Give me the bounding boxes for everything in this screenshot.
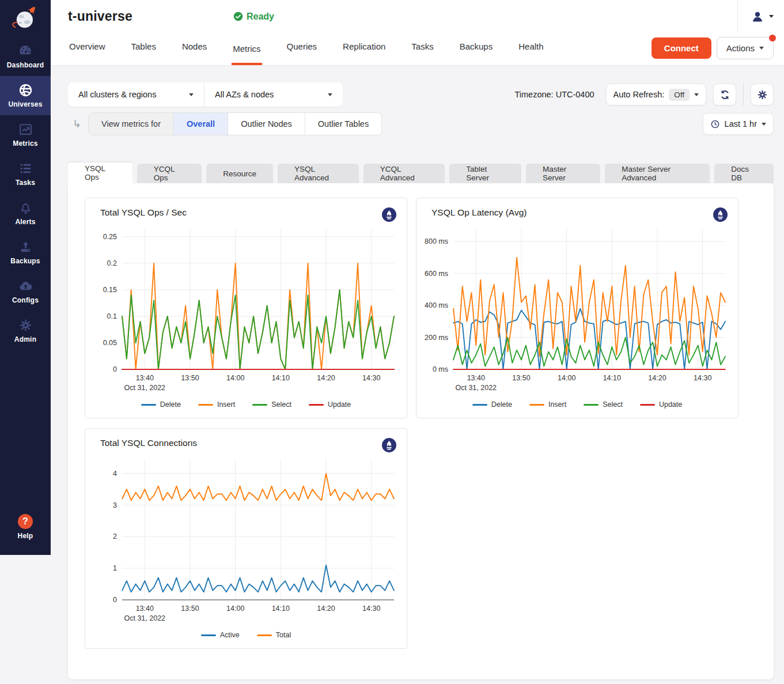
legend-item[interactable]: Update xyxy=(640,400,682,409)
tab-tables[interactable]: Tables xyxy=(130,41,157,65)
svg-text:0: 0 xyxy=(113,596,117,604)
clusters-regions-dropdown[interactable]: All clusters & regions xyxy=(68,82,204,107)
prometheus-link-icon[interactable] xyxy=(382,438,396,452)
legend-swatch xyxy=(198,404,213,406)
svg-text:0: 0 xyxy=(113,365,117,373)
legend-label: Delete xyxy=(491,400,512,409)
view-metrics-outlier-nodes[interactable]: Outlier Nodes xyxy=(228,113,305,135)
sidebar-item-configs[interactable]: Configs xyxy=(0,272,51,311)
legend-item[interactable]: Total xyxy=(257,631,291,639)
prometheus-link-icon[interactable] xyxy=(713,207,728,222)
settings-button[interactable] xyxy=(751,84,774,105)
tab-metrics[interactable]: Metrics xyxy=(232,44,262,65)
chevron-down-icon xyxy=(328,93,332,96)
universe-nav: Overview Tables Nodes Metrics Queries Re… xyxy=(51,33,784,66)
alerts-icon xyxy=(18,200,33,215)
view-metrics-overall[interactable]: Overall xyxy=(174,113,228,135)
azs-nodes-value: All AZs & nodes xyxy=(215,90,274,99)
auto-refresh-value: Off xyxy=(669,89,690,101)
help-icon: ? xyxy=(18,514,33,529)
user-menu[interactable] xyxy=(751,10,774,24)
metrics-icon xyxy=(18,122,33,137)
line-chart: 13:40Oct 31, 202213:5014:0014:1014:2014:… xyxy=(93,223,399,398)
sidebar-item-universes[interactable]: Universes xyxy=(0,76,51,115)
status-badge: Ready xyxy=(233,12,274,22)
chart-legend: DeleteInsertSelectUpdate xyxy=(425,398,730,413)
sidebar-item-dashboard[interactable]: Dashboard xyxy=(0,37,51,76)
legend-item[interactable]: Delete xyxy=(141,400,181,409)
sidebar-item-tasks[interactable]: Tasks xyxy=(0,154,51,194)
svg-text:0.05: 0.05 xyxy=(103,339,117,347)
universes-icon xyxy=(18,82,33,97)
svg-text:600 ms: 600 ms xyxy=(425,270,448,278)
sidebar-item-label: Metrics xyxy=(13,139,37,148)
svg-text:2: 2 xyxy=(113,532,117,541)
legend-item[interactable]: Active xyxy=(201,631,240,639)
svg-text:200 ms: 200 ms xyxy=(425,334,448,342)
svg-text:14:10: 14:10 xyxy=(603,374,621,382)
legend-swatch xyxy=(141,404,156,406)
tab-overview[interactable]: Overview xyxy=(68,41,107,65)
sidebar-item-label: Admin xyxy=(14,335,36,343)
svg-text:13:40: 13:40 xyxy=(136,374,154,382)
metric-tab-master-server[interactable]: Master Server xyxy=(526,164,600,183)
view-metrics-outlier-tables[interactable]: Outlier Tables xyxy=(305,113,381,135)
legend-swatch xyxy=(252,404,267,406)
tab-queries[interactable]: Queries xyxy=(286,41,319,65)
svg-text:13:40: 13:40 xyxy=(136,604,154,613)
metric-tab-docs-db[interactable]: Docs DB xyxy=(714,164,774,183)
svg-text:4: 4 xyxy=(113,470,117,478)
actions-button[interactable]: Actions xyxy=(717,37,774,59)
metric-tab-resource[interactable]: Resource xyxy=(206,164,273,183)
metric-tab-ysql-advanced[interactable]: YSQL Advanced xyxy=(278,164,359,183)
sidebar-item-alerts[interactable]: Alerts xyxy=(0,194,51,233)
tab-replication[interactable]: Replication xyxy=(342,41,387,65)
metric-tab-master-server-advanced[interactable]: Master Server Advanced xyxy=(605,164,710,183)
legend-label: Total xyxy=(276,631,291,639)
prometheus-link-icon[interactable] xyxy=(382,207,396,222)
legend-item[interactable]: Select xyxy=(252,400,291,409)
chevron-down-icon xyxy=(189,93,194,96)
configs-icon xyxy=(18,278,33,293)
actions-label: Actions xyxy=(726,43,755,53)
legend-swatch xyxy=(584,404,599,406)
legend-swatch xyxy=(309,404,324,406)
metric-tab-ycql-ops[interactable]: YCQL Ops xyxy=(137,164,202,183)
chart-title: Total YSQL Connections xyxy=(100,438,197,448)
legend-item[interactable]: Select xyxy=(584,400,623,409)
tab-backups[interactable]: Backups xyxy=(459,41,494,65)
refresh-button[interactable] xyxy=(713,84,736,105)
legend-item[interactable]: Delete xyxy=(472,400,512,409)
tab-health[interactable]: Health xyxy=(517,41,544,65)
app-logo[interactable] xyxy=(0,0,51,37)
metric-tab-ysql-ops[interactable]: YSQL Ops xyxy=(68,163,132,183)
sidebar-item-label: Alerts xyxy=(15,218,35,226)
legend-item[interactable]: Insert xyxy=(198,400,235,409)
tab-tasks[interactable]: Tasks xyxy=(410,41,434,65)
legend-item[interactable]: Update xyxy=(309,400,351,409)
time-range-value: Last 1 hr xyxy=(725,119,757,129)
tab-nodes[interactable]: Nodes xyxy=(181,41,208,65)
clock-icon xyxy=(710,119,720,129)
sidebar-item-label: Dashboard xyxy=(7,61,44,69)
legend-swatch xyxy=(529,404,544,406)
metric-tab-tablet-server[interactable]: Tablet Server xyxy=(449,164,521,183)
sidebar-item-label: Help xyxy=(18,532,33,540)
sidebar-item-help[interactable]: ? Help xyxy=(0,508,51,547)
legend-item[interactable]: Insert xyxy=(529,400,566,409)
branch-arrow-icon: ↳ xyxy=(73,118,81,130)
auto-refresh-dropdown[interactable]: Auto Refresh: Off xyxy=(606,84,706,105)
divider xyxy=(743,84,744,105)
azs-nodes-dropdown[interactable]: All AZs & nodes xyxy=(204,82,343,107)
sidebar: Dashboard Universes Metrics Tasks Alerts… xyxy=(0,0,51,555)
check-circle-icon xyxy=(233,12,243,21)
sidebar-item-metrics[interactable]: Metrics xyxy=(0,115,51,154)
backups-icon xyxy=(18,239,33,254)
time-range-dropdown[interactable]: Last 1 hr xyxy=(703,113,774,135)
legend-label: Active xyxy=(220,631,240,639)
connect-button[interactable]: Connect xyxy=(652,37,711,59)
sidebar-item-backups[interactable]: Backups xyxy=(0,233,51,272)
sidebar-item-admin[interactable]: Admin xyxy=(0,311,51,350)
chart-title: YSQL Op Latency (Avg) xyxy=(431,207,527,218)
metric-tab-ycql-advanced[interactable]: YCQL Advanced xyxy=(363,164,445,183)
